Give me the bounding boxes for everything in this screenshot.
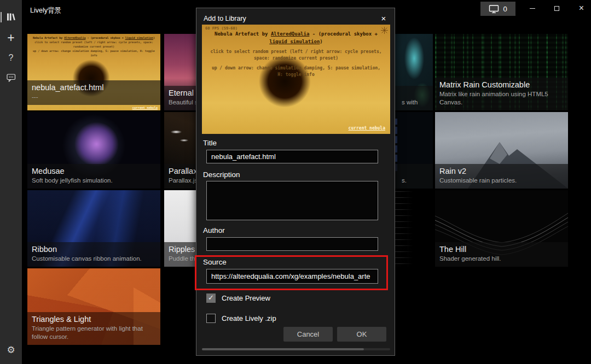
plus-icon: + (7, 31, 14, 45)
app-window: + ? ⚙ Lively背景 0 × Nebula Artefact by Al… (0, 0, 591, 364)
tile-title: Triangles & Light (32, 315, 156, 324)
scrollbar-thumb[interactable] (202, 348, 364, 350)
title-field-label: Title (203, 139, 217, 147)
dialog-horizontal-scrollbar[interactable] (202, 348, 390, 350)
sidebar-item-library[interactable] (0, 7, 22, 27)
tile-nebula-artefact[interactable]: Nebula Artefact by AlteredQualia - (proc… (27, 34, 160, 110)
sidebar-item-add-wallpaper[interactable]: + (0, 28, 22, 48)
close-icon: × (579, 4, 584, 13)
minimize-button[interactable] (520, 0, 544, 16)
window-close-button[interactable]: × (569, 0, 591, 16)
wallpaper-preview: 60 FPS (59-60) Nebula Artefact by Altere… (202, 25, 390, 134)
tile-caption: Medusae Soft body jellyfish simulation. (27, 164, 160, 189)
preview-heading: Nebula Artefact by AlteredQualia - (proc… (202, 31, 390, 45)
tile-desc: Matrix like rain animation using HTML5 C… (439, 90, 564, 106)
create-zip-checkbox-row[interactable]: Create Lively .zip (206, 314, 276, 323)
preview-instructions-1: click to select random preset (left / ri… (202, 49, 390, 62)
checkbox[interactable] (206, 293, 216, 303)
tile-matrix-rain[interactable]: Matrix Rain Customizable Matrix like rai… (435, 34, 568, 110)
checkbox-label: Create Lively .zip (222, 314, 276, 322)
author-field-label: Author (203, 226, 225, 234)
snowflake-icon (381, 27, 388, 34)
description-field-label: Description (203, 171, 240, 179)
close-icon: × (381, 14, 386, 23)
tile-desc: Soft body jellyfish simulation. (32, 177, 156, 184)
tile-desc: Customisable rain particles. (439, 177, 564, 184)
tile-caption: Rain v2 Customisable rain particles. (435, 164, 568, 189)
fps-counter: 60 FPS (59-60) (205, 26, 237, 31)
tile-title: Ribbon (32, 245, 156, 254)
author-input[interactable] (206, 237, 378, 251)
tile-caption: Triangles & Light Triangle pattern gener… (27, 312, 160, 345)
feedback-icon (7, 73, 16, 82)
dialog-title: Add to Library (204, 15, 246, 22)
maximize-button[interactable] (544, 0, 569, 16)
tile-title: Rain v2 (439, 167, 564, 175)
tile-title: Medusae (32, 167, 156, 175)
selection-indicator (1, 12, 2, 22)
tile-ribbon[interactable]: Ribbon Customisable canvas ribbon animat… (27, 190, 160, 267)
sidebar-item-feedback[interactable] (0, 68, 22, 87)
monitor-icon (489, 4, 499, 14)
checkbox[interactable] (206, 314, 216, 323)
tile-caption: The Hill Shader generated hill. (435, 242, 568, 267)
cancel-button[interactable]: Cancel (283, 327, 333, 342)
minimize-icon (530, 8, 535, 9)
app-title: Lively背景 (30, 6, 61, 15)
ok-button[interactable]: OK (337, 327, 386, 342)
tile-triangles-light[interactable]: Triangles & Light Triangle pattern gener… (27, 268, 160, 345)
help-icon: ? (9, 53, 14, 63)
preview-instructions-2: up / down arrow: change simulation dampi… (202, 65, 390, 78)
sidebar-item-settings[interactable]: ⚙ (0, 340, 22, 360)
checkbox-label: Create Preview (222, 294, 270, 302)
tile-title: The Hill (439, 245, 564, 254)
current-nebula-label: current nebula (132, 106, 158, 109)
tile-caption: Ribbon Customisable canvas ribbon animat… (27, 242, 160, 267)
current-nebula-label: current nebula (349, 126, 385, 131)
source-field-label: Source (203, 258, 227, 266)
title-input[interactable] (206, 150, 378, 163)
tile-desc: Shader generated hill. (439, 255, 564, 262)
description-input[interactable] (206, 181, 378, 220)
source-input[interactable] (206, 269, 378, 284)
tile-desc: --- (32, 93, 156, 101)
tile-caption: nebula_artefact.html --- (27, 80, 160, 105)
tile-title: Matrix Rain Customizable (439, 80, 564, 89)
display-count: 0 (503, 5, 507, 13)
settings-icon: ⚙ (7, 344, 15, 356)
tile-preview-text: Nebula Artefact by AlteredQualia - (proc… (27, 36, 160, 57)
sidebar-item-help[interactable]: ? (0, 48, 22, 68)
library-icon (7, 13, 16, 21)
add-to-library-dialog: Add to Library × 60 FPS (59-60) Nebula A… (196, 8, 395, 356)
display-selector-button[interactable]: 0 (480, 2, 515, 16)
tile-desc: Customisable canvas ribbon animation. (32, 255, 156, 262)
dialog-close-button[interactable]: × (377, 11, 390, 25)
tile-desc: Triangle pattern generator with light th… (32, 325, 156, 340)
maximize-icon (554, 6, 559, 11)
create-preview-checkbox-row[interactable]: Create Preview (206, 293, 270, 303)
tile-caption: Matrix Rain Customizable Matrix like rai… (435, 78, 568, 110)
tile-rain-v2[interactable]: Rain v2 Customisable rain particles. (435, 112, 568, 189)
tile-title: nebula_artefact.html (32, 83, 156, 92)
sidebar: + ? ⚙ (0, 0, 22, 364)
tile-the-hill[interactable]: The Hill Shader generated hill. (435, 190, 568, 267)
tile-medusae[interactable]: Medusae Soft body jellyfish simulation. (27, 112, 160, 189)
